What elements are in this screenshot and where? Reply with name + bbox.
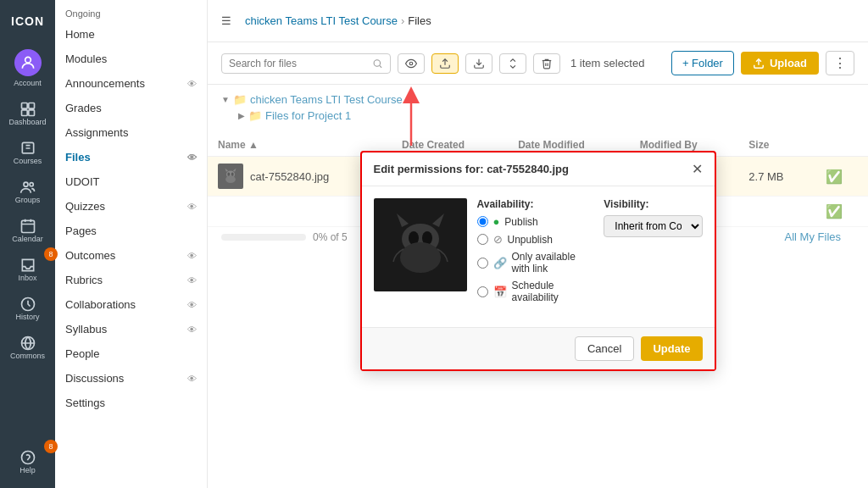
nav-dashboard[interactable]: Dashboard (0, 94, 55, 133)
sidebar-item-outcomes[interactable]: Outcomes👁 (55, 243, 207, 268)
modal-footer: Cancel Update (362, 327, 715, 369)
nav-history[interactable]: History (0, 289, 55, 328)
link-icon: 🔗 (493, 257, 507, 269)
eye-icon-quizzes: 👁 (187, 202, 197, 212)
delete-btn[interactable] (533, 53, 560, 74)
sidebar-announcements-label: Announcements (65, 77, 145, 90)
nav-groups-label: Groups (15, 196, 41, 204)
publish-dot-icon: ● (493, 215, 500, 228)
permissions-modal: Edit permissions for: cat-7552840.jpg ✕ (360, 151, 716, 371)
sidebar-item-quizzes[interactable]: Quizzes👁 (55, 194, 207, 219)
sidebar-item-announcements[interactable]: Announcements👁 (55, 71, 207, 96)
radio-link-only[interactable] (477, 258, 488, 269)
sidebar-grades-label: Grades (65, 102, 102, 114)
sidebar-item-settings[interactable]: Settings (55, 391, 207, 415)
sidebar-item-grades[interactable]: Grades (55, 96, 207, 120)
upload-btn[interactable]: Upload (741, 52, 819, 75)
modal-overlay: Edit permissions for: cat-7552840.jpg ✕ (208, 85, 868, 488)
nav-help[interactable]: Help 8 (0, 442, 55, 481)
main-content: ☰ chicken Teams LTI Test Course › Files … (208, 0, 868, 488)
nav-account[interactable]: Account (0, 42, 55, 94)
sidebar-item-collaborations[interactable]: Collaborations👁 (55, 292, 207, 317)
nav-inbox[interactable]: Inbox 8 (0, 250, 55, 289)
radio-publish[interactable] (477, 216, 488, 227)
update-btn[interactable]: Update (641, 336, 702, 361)
eye-icon: 👁 (187, 79, 197, 89)
visibility-select[interactable]: Inherit from Course Public Institution C… (604, 215, 702, 237)
unpublish-label: Unpublish (508, 234, 553, 246)
help-badge: 8 (44, 440, 58, 453)
radio-unpublish[interactable] (477, 234, 488, 245)
sidebar-item-syllabus[interactable]: Syllabus👁 (55, 317, 207, 341)
sidebar-outcomes-label: Outcomes (65, 249, 115, 262)
sidebar-discussions-label: Discussions (65, 372, 124, 385)
availability-label: Availability: (477, 198, 591, 210)
breadcrumb: chicken Teams LTI Test Course › Files (245, 14, 431, 27)
modal-form: Availability: ● Publish ⊘ Unpublish (477, 198, 703, 315)
radio-schedule[interactable] (477, 286, 488, 297)
modal-close-btn[interactable]: ✕ (692, 161, 703, 177)
cancel-btn[interactable]: Cancel (575, 336, 634, 361)
move-btn[interactable] (499, 53, 526, 74)
sidebar-assignments-label: Assignments (65, 126, 128, 139)
sidebar-modules-label: Modules (65, 53, 107, 65)
breadcrumb-current: Files (408, 14, 431, 27)
breadcrumb-course[interactable]: chicken Teams LTI Test Course (245, 14, 398, 27)
nav-dashboard-label: Dashboard (8, 118, 46, 126)
svg-point-12 (409, 62, 413, 65)
option-unpublish[interactable]: ⊘ Unpublish (477, 233, 591, 246)
sidebar-item-pages[interactable]: Pages (55, 219, 207, 243)
sidebar-item-home[interactable]: Home (55, 22, 207, 47)
svg-rect-3 (21, 110, 27, 116)
eye-icon-collaborations: 👁 (187, 300, 197, 310)
option-link-only[interactable]: 🔗 Only available with link (477, 251, 591, 274)
nav-commons[interactable]: Commons (0, 328, 55, 367)
hamburger-icon[interactable]: ☰ (221, 14, 231, 27)
sidebar-item-assignments[interactable]: Assignments (55, 120, 207, 145)
dashboard-icon (19, 101, 36, 118)
search-input[interactable] (229, 58, 369, 69)
breadcrumb-separator: › (401, 14, 404, 27)
option-publish[interactable]: ● Publish (477, 215, 591, 228)
sidebar-item-people[interactable]: People (55, 341, 207, 366)
inbox-badge: 8 (44, 247, 58, 261)
publish-btn[interactable] (431, 53, 459, 74)
search-box[interactable] (221, 53, 391, 74)
inbox-icon (19, 257, 36, 274)
ongoing-label: Ongoing (55, 0, 207, 22)
download-icon (473, 58, 485, 69)
nav-inbox-label: Inbox (18, 274, 36, 282)
nav-calendar[interactable]: Calendar (0, 211, 55, 250)
svg-point-30 (400, 242, 441, 273)
modal-preview (374, 198, 467, 291)
svg-point-0 (25, 57, 31, 63)
option-schedule[interactable]: 📅 Schedule availability (477, 280, 591, 303)
nav-help-label: Help (19, 466, 36, 474)
view-btn[interactable] (398, 53, 425, 74)
sidebar-item-udoit[interactable]: UDOIT (55, 169, 207, 194)
sidebar-home-label: Home (65, 28, 95, 41)
sidebar-item-discussions[interactable]: Discussions👁 (55, 366, 207, 391)
upload-icon (753, 58, 765, 69)
sidebar-item-files[interactable]: Files👁 (55, 145, 207, 169)
history-icon (19, 296, 36, 313)
eye-icon-rubrics: 👁 (187, 275, 197, 286)
schedule-label: Schedule availability (512, 280, 591, 303)
sidebar-item-modules[interactable]: Modules (55, 47, 207, 71)
svg-point-11 (374, 59, 380, 65)
nav-account-label: Account (14, 79, 42, 87)
calendar-icon (19, 218, 36, 235)
nav-courses[interactable]: Courses (0, 133, 55, 172)
files-toolbar: 1 item selected + Folder Upload ⋮ (208, 42, 868, 85)
nav-courses-label: Courses (14, 157, 42, 165)
download-btn[interactable] (465, 53, 492, 74)
unpublish-icon: ⊘ (493, 233, 503, 246)
sidebar: Ongoing Home Modules Announcements👁 Grad… (55, 0, 208, 488)
modal-body: Availability: ● Publish ⊘ Unpublish (362, 186, 715, 327)
more-options-btn[interactable]: ⋮ (826, 51, 854, 75)
person-icon (19, 54, 36, 71)
sidebar-item-rubrics[interactable]: Rubrics👁 (55, 268, 207, 292)
nav-groups[interactable]: Groups (0, 172, 55, 211)
sidebar-rubrics-label: Rubrics (65, 274, 103, 286)
add-folder-btn[interactable]: + Folder (671, 51, 734, 75)
